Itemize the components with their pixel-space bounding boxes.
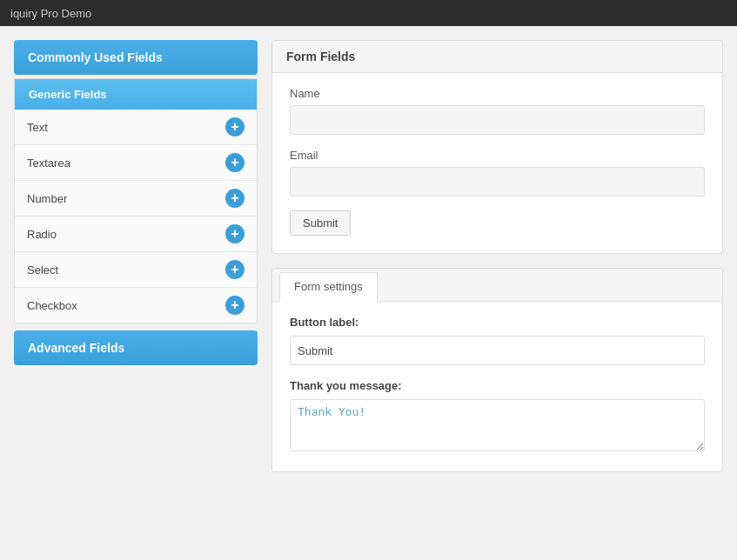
form-fields-content: Name Email Submit [272, 73, 722, 253]
add-text-icon[interactable]: + [225, 117, 245, 137]
button-label-input[interactable] [290, 336, 705, 365]
field-item-radio[interactable]: Radio + [15, 217, 257, 252]
field-label-checkbox: Checkbox [27, 299, 77, 312]
name-input[interactable] [290, 105, 705, 135]
add-number-icon[interactable]: + [225, 189, 245, 208]
app-title: iquiry Pro Demo [10, 7, 91, 20]
button-label-heading: Button label: [290, 316, 705, 329]
field-label-number: Number [27, 192, 67, 205]
name-group: Name [290, 87, 705, 135]
field-label-textarea: Textarea [27, 157, 70, 170]
tab-form-settings[interactable]: Form settings [279, 272, 378, 302]
right-panel: Form Fields Name Email Submit Form setti… [271, 40, 723, 546]
generic-fields-container: Generic Fields Text + Textarea + Number … [14, 78, 258, 323]
form-fields-box: Form Fields Name Email Submit [271, 40, 723, 254]
add-select-icon[interactable]: + [225, 260, 245, 279]
tabs-row: Form settings [272, 269, 722, 302]
add-textarea-icon[interactable]: + [225, 153, 245, 172]
topbar: iquiry Pro Demo [0, 0, 737, 26]
email-group: Email [290, 149, 705, 197]
commonly-used-fields-header[interactable]: Commonly Used Fields [14, 40, 258, 75]
field-item-textarea[interactable]: Textarea + [15, 145, 257, 181]
field-item-checkbox[interactable]: Checkbox + [15, 288, 257, 323]
field-label-select: Select [27, 263, 58, 277]
left-panel: Commonly Used Fields Generic Fields Text… [14, 40, 258, 546]
field-label-radio: Radio [27, 228, 57, 241]
main-layout: Commonly Used Fields Generic Fields Text… [0, 26, 737, 560]
advanced-fields-header[interactable]: Advanced Fields [14, 330, 258, 365]
email-input[interactable] [290, 167, 705, 197]
generic-fields-label: Generic Fields [15, 79, 257, 110]
thank-you-heading: Thank you message: [290, 379, 705, 392]
email-label: Email [290, 149, 705, 162]
field-item-text[interactable]: Text + [15, 110, 257, 145]
submit-button[interactable]: Submit [290, 210, 351, 236]
name-label: Name [290, 87, 705, 100]
thank-you-textarea[interactable]: Thank You! [290, 399, 705, 451]
field-item-select[interactable]: Select + [15, 252, 257, 288]
add-radio-icon[interactable]: + [225, 224, 245, 243]
field-item-number[interactable]: Number + [15, 181, 257, 217]
form-settings-box: Form settings Button label: Thank you me… [271, 268, 723, 472]
field-label-text: Text [27, 121, 48, 134]
form-fields-header: Form Fields [272, 41, 722, 73]
add-checkbox-icon[interactable]: + [225, 296, 245, 315]
form-settings-content: Button label: Thank you message: Thank Y… [272, 302, 722, 471]
